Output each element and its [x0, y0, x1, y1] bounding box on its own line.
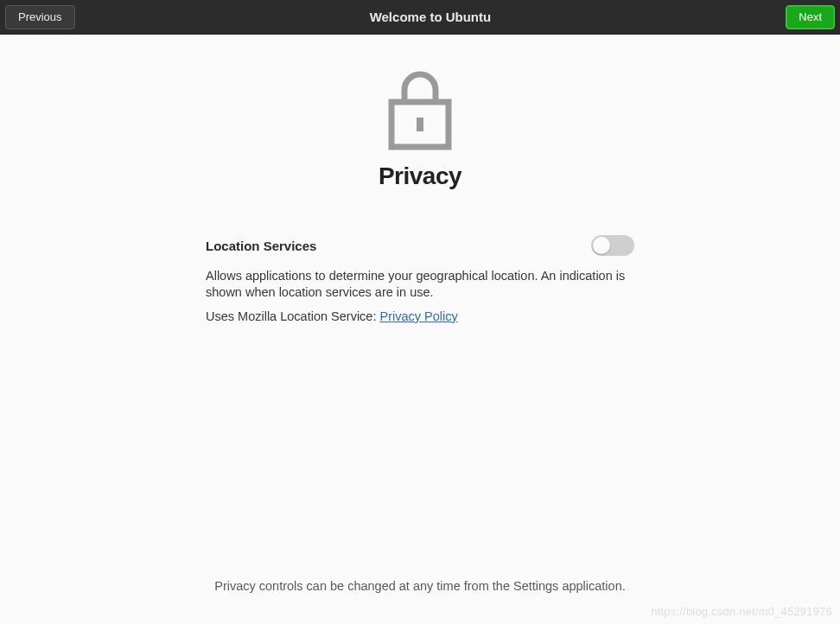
uses-prefix-text: Uses Mozilla Location Service: [206, 309, 379, 323]
mozilla-service-note: Uses Mozilla Location Service: Privacy P… [206, 309, 634, 323]
previous-button[interactable]: Previous [5, 5, 75, 29]
location-services-row: Location Services [206, 235, 634, 256]
footer-note: Privacy controls can be changed at any t… [1, 579, 839, 593]
next-button[interactable]: Next [786, 5, 835, 29]
location-services-label: Location Services [206, 239, 316, 253]
location-services-section: Location Services Allows applications to… [206, 235, 634, 323]
location-services-description: Allows applications to determine your ge… [206, 268, 634, 301]
svg-rect-1 [417, 118, 423, 131]
location-services-toggle[interactable] [591, 235, 634, 256]
window-title: Welcome to Ubuntu [370, 10, 492, 24]
watermark-text: https://blog.csdn.net/m0_45291976 [651, 605, 832, 618]
page-title: Privacy [379, 162, 461, 190]
content-area: Privacy Location Services Allows applica… [1, 35, 839, 622]
lock-icon [387, 67, 453, 150]
privacy-policy-link[interactable]: Privacy Policy [379, 309, 457, 323]
header-bar: Previous Welcome to Ubuntu Next [0, 0, 840, 35]
toggle-knob [593, 237, 610, 254]
